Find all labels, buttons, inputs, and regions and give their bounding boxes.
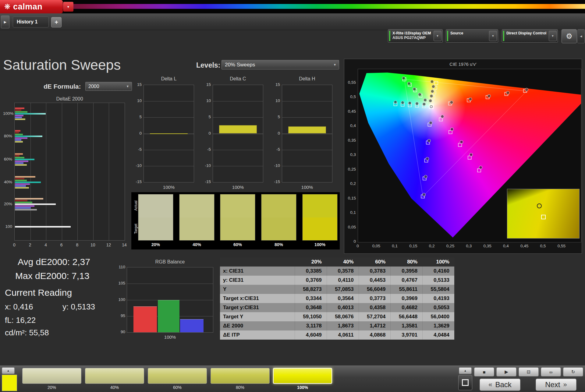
swatch-target xyxy=(220,217,255,241)
next-button[interactable]: Next » xyxy=(536,379,576,391)
table-column-header: 60% xyxy=(359,257,391,267)
chart-title: Delta L xyxy=(144,76,194,82)
delta-axis-label: 10 xyxy=(133,98,142,103)
expand-left-button[interactable]: ▲ xyxy=(2,367,15,374)
deltae-axis-label: 8 xyxy=(74,242,80,247)
back-button[interactable]: « Back xyxy=(480,379,520,391)
measurement-table: 20%40%60%80%100%x: CIE310,33850,35780,37… xyxy=(220,257,454,340)
display-control-button[interactable]: Direct Display Control ▼ xyxy=(502,29,558,43)
table-cell: 4,6049 xyxy=(295,330,327,340)
tab-history-1[interactable]: History 1 xyxy=(13,16,49,27)
media-button-1[interactable]: ▶ xyxy=(496,367,516,376)
deltae-axis-label: 6 xyxy=(58,242,65,247)
delta-gridline xyxy=(144,166,194,166)
deltae-bar xyxy=(15,164,27,166)
deltae-bar xyxy=(15,113,46,115)
calman-menu-button[interactable]: ▼ xyxy=(63,2,73,12)
delta-gridline xyxy=(213,150,263,150)
levels-label: Levels: xyxy=(196,61,220,69)
chart-title: DeltaE 2000 xyxy=(14,96,125,102)
table-cell: 0,3648 xyxy=(295,303,327,312)
deltae-bar xyxy=(15,137,27,139)
cie-axis-label: 0,4 xyxy=(500,244,512,248)
collapse-button[interactable]: ▶ xyxy=(1,16,9,28)
cie-axis-label: 0,15 xyxy=(407,244,419,248)
cie-measured-point xyxy=(427,139,431,142)
deltae-bar xyxy=(15,176,35,178)
delta-axis-label: 15 xyxy=(133,82,142,87)
meter-button[interactable]: X-Rite i1Display OEM ASUS PG27AQWP ▼ xyxy=(388,29,443,43)
delta-axis-label: 10 xyxy=(271,98,280,103)
chevron-down-icon[interactable]: ▼ xyxy=(489,31,497,41)
delta-gridline xyxy=(144,101,194,101)
cie-measured-point xyxy=(450,101,453,104)
cie-axis-label: 0,5 xyxy=(344,94,356,99)
media-button-0[interactable]: ■ xyxy=(474,367,494,376)
deltae-bar xyxy=(15,207,31,209)
table-cell: 0,3958 xyxy=(390,267,422,276)
table-cell: 0,5133 xyxy=(422,276,454,285)
deltae-bar xyxy=(15,198,43,200)
media-button-4[interactable]: ↻ xyxy=(563,367,583,376)
table-cell: 0,4160 xyxy=(422,267,454,276)
delta-axis-label: 0 xyxy=(202,131,211,136)
cie-target-point xyxy=(449,130,452,134)
levels-dropdown[interactable]: 20% Sweeps ▼ xyxy=(222,60,339,69)
source-button[interactable]: Source ▼ xyxy=(446,29,498,43)
settings-button[interactable]: ⚙ xyxy=(562,29,577,43)
rgb-axis-label: 110 xyxy=(116,265,125,269)
de-formula-dropdown[interactable]: 2000 ▼ xyxy=(85,82,132,91)
swatch-actual xyxy=(138,194,173,217)
deltae-bar xyxy=(15,111,27,113)
toolbar-swatch-60%[interactable] xyxy=(148,368,207,384)
rgb-axis-label: 95 xyxy=(116,313,125,318)
swatch-label: 40% xyxy=(179,242,214,247)
top-banner: ❋ calman ▼ xyxy=(0,0,585,13)
cie-measured-point xyxy=(402,76,405,79)
delta-axis-label: -15 xyxy=(133,179,142,184)
bottom-toolbar: ▲ ▲ ■▶⊟∞↻ « Back Next » 20%40%60%80%100% xyxy=(0,366,585,392)
next-label: Next xyxy=(545,380,560,389)
calman-logo[interactable]: ❋ calman xyxy=(0,0,63,13)
deltae-bar xyxy=(15,182,41,183)
table-cell: 56,6448 xyxy=(390,312,422,321)
media-button-3[interactable]: ∞ xyxy=(541,367,561,376)
rgb-bar-blue xyxy=(180,319,204,333)
table-cell: 0,4767 xyxy=(390,276,422,285)
toolbar-swatch-100%[interactable] xyxy=(273,368,332,384)
table-header-spacer xyxy=(220,257,295,267)
table-cell: 3,9701 xyxy=(390,330,422,340)
delta-value-bar xyxy=(288,126,326,133)
swatch-actual xyxy=(303,194,337,217)
media-button-2[interactable]: ⊟ xyxy=(519,367,539,376)
expand-right-button[interactable]: ▲ xyxy=(459,367,472,374)
table-row-label: Target y:CIE31 xyxy=(220,303,295,312)
chevron-down-icon[interactable]: ▼ xyxy=(434,31,441,41)
spectrum-strip xyxy=(0,4,585,9)
deltae-bar xyxy=(15,161,28,162)
rgb-axis-label: 105 xyxy=(116,281,125,285)
toolbar-swatch-80%[interactable] xyxy=(211,368,270,384)
cie-axis-label: 0,3 xyxy=(463,244,475,248)
deltae-bar xyxy=(15,155,20,157)
toolbar-swatch-40%[interactable] xyxy=(85,368,144,384)
current-cdm2: cd/m²: 55,58 xyxy=(5,328,49,337)
table-cell: 0,3564 xyxy=(327,294,359,303)
chevron-down-icon[interactable]: ▼ xyxy=(549,31,557,41)
rgb-bar-red xyxy=(133,306,157,333)
deltae-axis-label: 14 xyxy=(121,242,128,247)
delta-gridline xyxy=(213,166,263,166)
add-tab-button[interactable]: + xyxy=(51,17,62,27)
table-cell: 3,1178 xyxy=(295,321,327,330)
cie-axis-label: 0,25 xyxy=(344,167,356,171)
deltae-gridline xyxy=(30,103,31,240)
delta-axis-label: 10 xyxy=(202,98,211,103)
cie-measured-point xyxy=(430,94,433,97)
cie-axis-label: 0,3 xyxy=(344,152,356,157)
toolbar-swatch-20%[interactable] xyxy=(22,368,81,384)
deltae-axis-label: 100% xyxy=(3,111,12,116)
pattern-window-button[interactable] xyxy=(458,375,472,390)
panel-collapse-button[interactable]: ◀ xyxy=(577,29,585,43)
delta-axis-label: 0 xyxy=(271,131,280,136)
inset-target-point xyxy=(541,215,546,219)
